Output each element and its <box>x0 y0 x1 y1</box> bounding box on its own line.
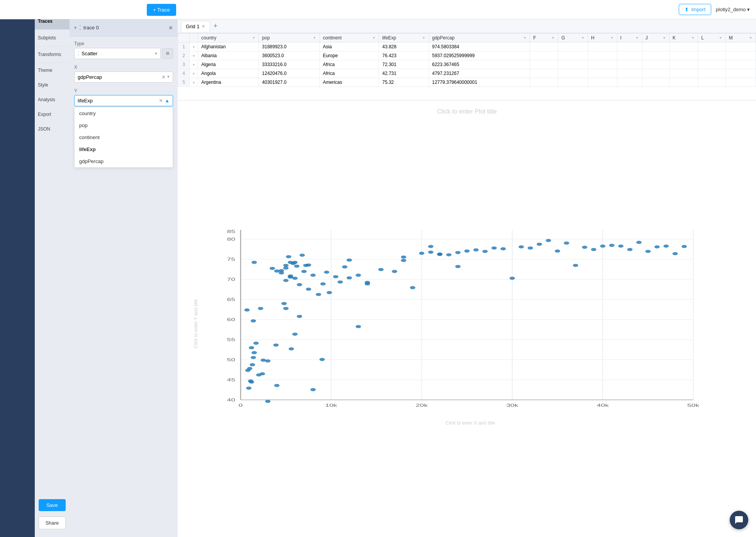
col-header-lifeexp[interactable]: lifeExp ▼ <box>379 34 429 42</box>
y-select[interactable]: lifeExp ✕ ▲ <box>74 95 173 106</box>
scatter-point[interactable] <box>258 307 263 310</box>
scatter-point[interactable] <box>564 241 569 245</box>
grid-tab-add-button[interactable]: + <box>210 22 221 30</box>
scatter-point[interactable] <box>248 379 253 382</box>
scatter-point[interactable] <box>324 270 330 274</box>
scatter-point[interactable] <box>491 246 497 249</box>
scatter-point[interactable] <box>244 308 250 311</box>
row-expand[interactable]: ▾ <box>190 42 198 51</box>
scatter-point[interactable] <box>356 325 361 328</box>
scatter-point[interactable] <box>356 274 361 277</box>
scatter-point[interactable] <box>292 332 298 335</box>
scatter-point[interactable] <box>251 356 256 359</box>
scatter-point[interactable] <box>294 264 299 267</box>
y-up-icon[interactable]: ▲ <box>165 98 170 104</box>
scatter-point[interactable] <box>582 246 587 249</box>
table-row[interactable]: 3 ▾ Algeria 33333216.0 Africa 72.301 622… <box>178 60 756 69</box>
col-header-pop[interactable]: pop ▼ <box>259 34 319 42</box>
scatter-point[interactable] <box>600 245 605 248</box>
scatter-point[interactable] <box>591 248 596 251</box>
scatter-point[interactable] <box>338 280 343 283</box>
y-axis-title[interactable]: Click to enter Y axis title <box>193 299 199 348</box>
scatter-point[interactable] <box>288 275 293 279</box>
dropdown-option-gdppercap[interactable]: gdpPercap <box>75 155 173 167</box>
share-button[interactable]: Share <box>39 517 66 529</box>
chart-title-placeholder[interactable]: Click to enter Plot title <box>437 108 497 115</box>
scatter-point[interactable] <box>419 252 425 255</box>
scatter-point[interactable] <box>283 279 289 282</box>
save-button[interactable]: Save <box>39 499 66 511</box>
scatter-point[interactable] <box>546 239 551 242</box>
scatter-point[interactable] <box>273 343 279 347</box>
chat-button[interactable] <box>730 511 748 529</box>
user-menu[interactable]: plotly2_demo ▾ <box>716 7 750 12</box>
scatter-point[interactable] <box>327 291 332 294</box>
scatter-point[interactable] <box>446 253 452 256</box>
scatter-point[interactable] <box>618 245 623 248</box>
scatter-point[interactable] <box>510 277 515 280</box>
scatter-point[interactable] <box>410 286 415 289</box>
scatter-point[interactable] <box>555 249 560 252</box>
scatter-point[interactable] <box>573 263 578 267</box>
scatter-point[interactable] <box>319 358 325 361</box>
type-select[interactable]: ⁚ Scatter ▾ <box>74 48 161 59</box>
dropdown-option-pop[interactable]: pop <box>75 119 173 131</box>
sidebar-item-json[interactable]: JSON <box>35 122 70 136</box>
scatter-point[interactable] <box>428 250 433 253</box>
trace-close-button[interactable]: ✕ <box>168 25 173 31</box>
scatter-point[interactable] <box>299 253 305 257</box>
import-button[interactable]: ⬆ Import <box>679 4 711 15</box>
sidebar-item-subplots[interactable]: Subplots <box>35 30 70 46</box>
scatter-point[interactable] <box>537 243 542 246</box>
scatter-point[interactable] <box>654 245 660 248</box>
scatter-point[interactable] <box>482 250 488 253</box>
scatter-point[interactable] <box>464 249 470 252</box>
scatter-point[interactable] <box>279 271 284 274</box>
scatter-point[interactable] <box>518 245 524 248</box>
table-row[interactable]: 5 ▾ Argentina 40301927.0 Americas 75.32 … <box>178 78 756 87</box>
scatter-point[interactable] <box>681 245 687 248</box>
row-expand[interactable]: ▾ <box>190 60 198 69</box>
sidebar-item-export[interactable]: Export <box>35 107 70 122</box>
scatter-point[interactable] <box>274 384 280 387</box>
scatter-point[interactable] <box>609 244 615 247</box>
col-header-m[interactable]: M▼ <box>725 34 756 42</box>
scatter-point[interactable] <box>500 247 506 250</box>
row-expand[interactable]: ▾ <box>190 78 198 87</box>
scatter-point[interactable] <box>261 359 266 362</box>
scatter-point[interactable] <box>473 248 479 251</box>
scatter-point[interactable] <box>627 248 633 251</box>
scatter-point[interactable] <box>455 251 460 254</box>
scatter-point[interactable] <box>428 245 433 248</box>
col-sort-icon[interactable]: ▼ <box>422 36 426 40</box>
col-sort-icon[interactable]: ▼ <box>551 36 555 40</box>
scatter-point[interactable] <box>292 261 298 264</box>
col-sort-icon[interactable]: ▼ <box>523 36 527 40</box>
scatter-point[interactable] <box>249 346 254 349</box>
col-header-h[interactable]: H▼ <box>588 34 617 42</box>
scatter-point[interactable] <box>320 282 326 285</box>
x-select[interactable]: gdpPercap ✕ ▾ <box>74 71 173 83</box>
dropdown-option-lifeexp[interactable]: lifeExp <box>75 143 173 155</box>
col-header-j[interactable]: J▼ <box>642 34 669 42</box>
scatter-point[interactable] <box>286 255 291 258</box>
scatter-point[interactable] <box>297 283 302 286</box>
col-header-gdppercap[interactable]: gdpPercap ▼ <box>429 34 530 42</box>
dropdown-option-country[interactable]: country <box>75 107 173 119</box>
scatter-point[interactable] <box>303 263 309 267</box>
scatter-point[interactable] <box>347 276 352 279</box>
table-row[interactable]: 1 ▾ Afghanistan 31889923.0 Asia 43.828 9… <box>178 42 756 51</box>
table-row[interactable]: 4 ▾ Angola 12420476.0 Africa 42.731 4797… <box>178 69 756 78</box>
scatter-point[interactable] <box>310 388 316 391</box>
col-header-g[interactable]: G ▼ <box>558 34 588 42</box>
scatter-point[interactable] <box>347 258 352 262</box>
scatter-point[interactable] <box>316 293 321 296</box>
grid-tab-close[interactable]: ✕ <box>202 24 205 29</box>
scatter-point[interactable] <box>310 274 316 277</box>
table-row[interactable]: 2 ▾ Albania 3600523.0 Europe 76.423 5937… <box>178 51 756 60</box>
scatter-point[interactable] <box>283 307 289 310</box>
scatter-point[interactable] <box>365 280 370 284</box>
scatter-point[interactable] <box>265 399 270 403</box>
type-gear-button[interactable]: ⚙ <box>162 48 173 59</box>
scatter-point[interactable] <box>342 265 347 268</box>
